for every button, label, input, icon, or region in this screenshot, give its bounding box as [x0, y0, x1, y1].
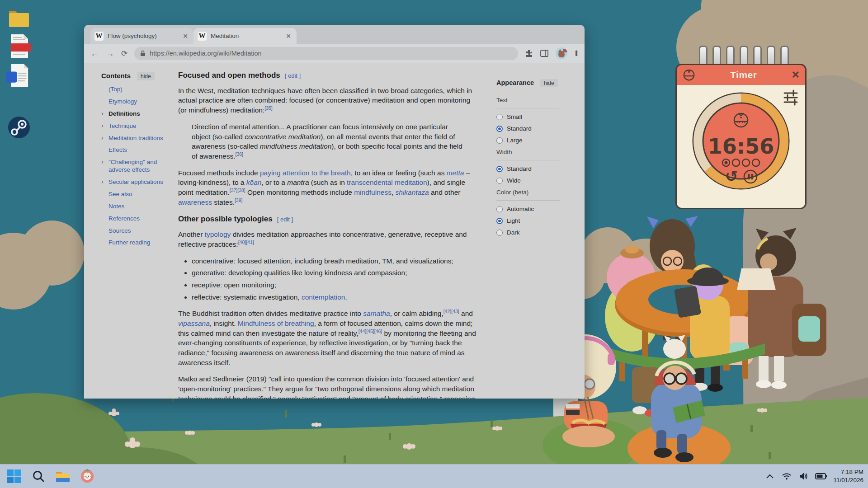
wiki-link[interactable]: [36] — [236, 151, 244, 157]
radio-selected-icon[interactable] — [496, 166, 503, 172]
start-button[interactable] — [6, 469, 22, 484]
radio-icon[interactable] — [496, 137, 503, 144]
toc-item-technique: Technique — [101, 122, 177, 130]
radio-selected-icon[interactable] — [496, 126, 503, 132]
lock-icon — [140, 50, 146, 56]
tab-title: Flow (psychology) — [108, 33, 177, 39]
radio-text-large[interactable]: Large — [496, 137, 560, 144]
extensions-puzzle-icon[interactable] — [525, 49, 533, 57]
radio-icon[interactable] — [496, 178, 503, 184]
table-of-contents: Contentshide (Top) Etymology Definitions… — [101, 72, 177, 251]
toc-hide-button[interactable]: hide — [137, 72, 155, 80]
explorer-icon[interactable] — [55, 469, 71, 484]
toc-title: Contents — [101, 72, 131, 80]
list-item: reflective: systematic investigation, co… — [192, 292, 477, 302]
color-label: Color (beta) — [496, 189, 560, 196]
menu-dots-icon[interactable]: ••• — [575, 51, 578, 56]
radio-color-dark[interactable]: Dark — [496, 229, 560, 236]
desktop-folder-icon[interactable] — [7, 6, 31, 30]
radio-text-small[interactable]: Small — [496, 113, 560, 120]
clock-date: 11/01/2026 — [833, 476, 863, 484]
volume-icon[interactable] — [798, 469, 809, 484]
timer-header[interactable]: Timer ✕ — [675, 64, 807, 86]
section-heading: Focused and open methods[ edit ] — [178, 70, 477, 81]
typology-list: concentrative: focused attention, includ… — [181, 256, 477, 302]
taskbar-clock[interactable]: 7:18 PM 11/01/2026 — [833, 468, 863, 484]
wiki-link[interactable]: mettā — [447, 169, 464, 177]
section-heading: Other possible typologies[ edit ] — [178, 214, 477, 225]
radio-icon[interactable] — [496, 206, 503, 212]
restart-icon[interactable]: ↺ — [725, 167, 738, 185]
wifi-icon[interactable] — [781, 469, 792, 484]
radio-selected-icon[interactable] — [496, 218, 503, 224]
back-icon[interactable]: ← — [90, 49, 99, 58]
wiki-link[interactable]: typology — [205, 230, 231, 238]
browser-toolbar: ← → ⟳ https://en.wikipedia.org/wiki/Medi… — [84, 44, 585, 63]
toc-item-references: References — [101, 215, 177, 223]
side-panel-icon[interactable] — [540, 50, 548, 57]
wiki-link[interactable]: [44][45][46] — [359, 328, 382, 334]
timer-close-button[interactable]: ✕ — [792, 69, 800, 81]
toc-item-notes: Notes — [101, 203, 177, 211]
close-icon[interactable]: ✕ — [181, 32, 190, 40]
edit-link[interactable]: [ edit ] — [277, 216, 293, 223]
forward-icon[interactable]: → — [106, 49, 114, 58]
toc-item-see-also: See also — [101, 191, 177, 198]
reload-icon[interactable]: ⟳ — [121, 50, 127, 57]
paragraph: Matko and Sedlmeier (2019) "call into qu… — [178, 374, 477, 399]
appearance-hide-button[interactable]: hide — [540, 79, 558, 87]
wikipedia-favicon: W — [94, 32, 104, 41]
toc-item-top: (Top) — [101, 86, 177, 94]
radio-color-automatic[interactable]: Automatic — [496, 206, 560, 212]
desktop-pdf-file-icon[interactable] — [7, 33, 31, 57]
toc-item-sources: Sources — [101, 227, 177, 235]
browser-window: W Flow (psychology) ✕ W Meditation ✕ ← →… — [84, 25, 585, 399]
radio-icon[interactable] — [496, 114, 503, 120]
list-item: receptive: open monitoring; — [192, 280, 477, 290]
paragraph: In the West, meditation techniques have … — [178, 86, 477, 115]
wiki-link[interactable]: vipassana — [178, 319, 210, 327]
wiki-link[interactable]: Mindfulness of breathing — [238, 319, 314, 327]
wiki-link[interactable]: shikantaza — [396, 188, 429, 196]
tab-meditation[interactable]: W Meditation ✕ — [193, 28, 297, 44]
timer-dial: 16:56 ↺ — [690, 90, 792, 192]
radio-text-standard[interactable]: Standard — [496, 125, 560, 132]
timer-title: Timer — [696, 70, 792, 80]
desktop-doc-file-icon[interactable] — [5, 63, 29, 87]
timer-remaining-time: 16:56 — [708, 134, 774, 159]
radio-icon[interactable] — [496, 230, 503, 236]
wiki-link[interactable]: awareness — [178, 198, 212, 206]
wiki-link[interactable]: transcendental meditation — [347, 178, 427, 186]
radio-color-light[interactable]: Light — [496, 217, 560, 224]
appearance-panel: Appearancehide Text Small Standard Large… — [496, 79, 560, 241]
wiki-link[interactable]: [39] — [235, 197, 243, 203]
wiki-link[interactable]: mindfulness — [354, 188, 392, 196]
list-item: generative: developing qualities like lo… — [192, 268, 477, 278]
appearance-title: Appearance — [496, 79, 534, 86]
tab-strip: W Flow (psychology) ✕ W Meditation ✕ — [84, 25, 585, 44]
wiki-link[interactable]: contemplation — [302, 293, 345, 301]
wiki-link[interactable]: [37][38] — [230, 188, 245, 193]
radio-width-standard[interactable]: Standard — [496, 165, 560, 172]
tab-flow-psychology[interactable]: W Flow (psychology) ✕ — [90, 28, 193, 44]
search-icon[interactable] — [31, 469, 46, 484]
wiki-link[interactable]: [40][41] — [238, 239, 254, 245]
radio-width-wide[interactable]: Wide — [496, 177, 560, 184]
tomato-app-icon[interactable] — [80, 469, 95, 484]
profile-avatar[interactable] — [556, 47, 567, 59]
desktop: { "browser": { "tabs": [ {"favicon":"W",… — [0, 0, 868, 488]
wiki-link[interactable]: samatha — [363, 310, 390, 317]
desktop-steam-icon[interactable] — [7, 116, 31, 139]
wiki-link[interactable]: [42][43] — [443, 309, 459, 314]
tray-chevron-icon[interactable] — [764, 469, 775, 484]
close-icon[interactable]: ✕ — [284, 32, 293, 40]
wiki-link[interactable]: [35] — [264, 105, 273, 111]
url-bar[interactable]: https://en.wikipedia.org/wiki/Meditation — [134, 47, 518, 60]
wiki-link[interactable]: kōan — [246, 178, 262, 186]
edit-link[interactable]: [ edit ] — [285, 72, 301, 79]
taskbar: 7:18 PM 11/01/2026 — [0, 465, 868, 488]
battery-icon[interactable] — [815, 469, 827, 484]
paragraph: Another typology divides meditation appr… — [178, 230, 477, 249]
blockquote: Direction of mental attention... A pract… — [192, 122, 463, 161]
wiki-link[interactable]: paying attention to the breath — [260, 169, 351, 177]
